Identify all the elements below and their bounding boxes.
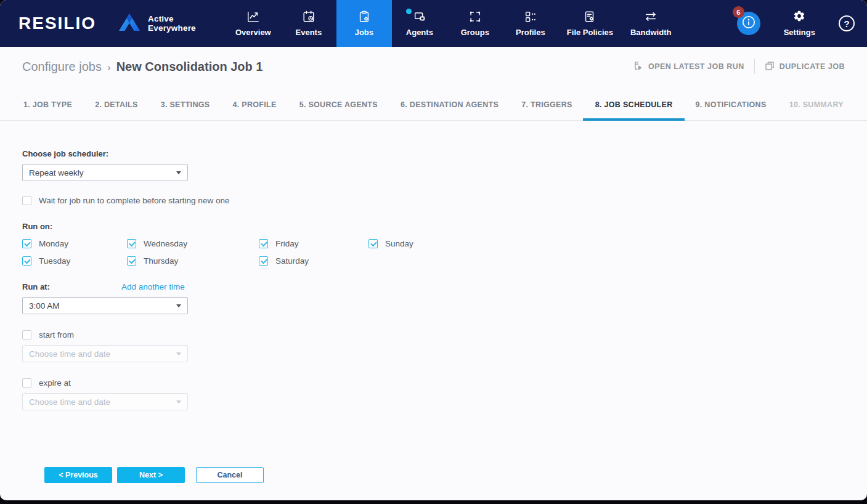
expire-at-datetime-select: Choose time and date bbox=[22, 393, 188, 410]
start-from-datetime-select: Choose time and date bbox=[22, 345, 188, 362]
day-checkbox-sunday[interactable]: Sunday bbox=[368, 239, 413, 248]
tab-job-scheduler[interactable]: 8. JOB SCHEDULER bbox=[594, 90, 674, 120]
scheduler-label: Choose job scheduler: bbox=[22, 149, 845, 158]
next-button[interactable]: Next > bbox=[117, 467, 185, 483]
primary-nav: Overview Events bbox=[226, 0, 680, 47]
page-header: Configure jobs › New Consolidation Job 1… bbox=[0, 47, 867, 86]
nav-item-agents[interactable]: Agents bbox=[392, 0, 447, 47]
expire-at-checkbox-row[interactable]: expire at bbox=[22, 378, 845, 388]
header-actions: OPEN LATEST JOB RUN DUPLICATE JOB bbox=[633, 59, 845, 74]
nav-item-events[interactable]: Events bbox=[281, 0, 336, 47]
breadcrumb-configure-jobs[interactable]: Configure jobs bbox=[22, 60, 102, 74]
expire-at-checkbox[interactable] bbox=[22, 378, 31, 388]
add-another-time-link[interactable]: Add another time bbox=[121, 282, 185, 291]
scheduler-select[interactable]: Repeat weekly bbox=[22, 164, 188, 181]
line-chart-icon bbox=[246, 10, 260, 23]
open-latest-job-run-button[interactable]: OPEN LATEST JOB RUN bbox=[633, 60, 744, 73]
devices-icon bbox=[413, 10, 426, 23]
tab-profile[interactable]: 4. PROFILE bbox=[231, 90, 277, 120]
arrows-swap-icon bbox=[644, 10, 657, 23]
tab-job-type[interactable]: 1. JOB TYPE bbox=[22, 90, 73, 120]
wizard-footer: < Previous Next > Cancel bbox=[22, 410, 845, 483]
monday-checkbox[interactable] bbox=[22, 239, 31, 248]
tuesday-checkbox[interactable] bbox=[22, 256, 31, 266]
day-checkbox-friday[interactable]: Friday bbox=[259, 239, 368, 248]
duplicate-icon bbox=[765, 61, 775, 73]
info-icon bbox=[741, 14, 757, 33]
tab-notifications[interactable]: 9. NOTIFICATIONS bbox=[694, 90, 768, 120]
nav-item-overview[interactable]: Overview bbox=[226, 0, 281, 47]
gear-icon bbox=[793, 10, 805, 24]
active-everywhere-logo: Active Everywhere bbox=[117, 12, 196, 35]
question-mark-icon: ? bbox=[844, 18, 849, 29]
day-checkbox-tuesday[interactable]: Tuesday bbox=[22, 256, 127, 266]
file-gear-icon bbox=[583, 10, 596, 23]
active-everywhere-mark-icon bbox=[117, 12, 142, 35]
tab-summary: 10. SUMMARY bbox=[788, 90, 845, 120]
friday-checkbox[interactable] bbox=[259, 239, 268, 248]
nav-item-groups[interactable]: Groups bbox=[447, 0, 503, 47]
tab-triggers[interactable]: 7. TRIGGERS bbox=[520, 90, 573, 120]
run-at-row: Run at: Add another time bbox=[22, 282, 845, 291]
duplicate-job-button[interactable]: DUPLICATE JOB bbox=[765, 61, 845, 73]
day-checkbox-wednesday[interactable]: Wednesday bbox=[127, 239, 259, 248]
nav-item-bandwidth[interactable]: Bandwidth bbox=[622, 0, 680, 47]
day-checkbox-thursday[interactable]: Thursday bbox=[127, 256, 259, 266]
run-at-select[interactable]: 3:00 AM bbox=[22, 297, 188, 314]
previous-button[interactable]: < Previous bbox=[44, 467, 112, 483]
start-from-checkbox-row[interactable]: start from bbox=[22, 330, 845, 339]
header-divider bbox=[754, 59, 755, 74]
open-run-icon bbox=[633, 60, 643, 73]
job-scheduler-form: Choose job scheduler: Repeat weekly Wait… bbox=[0, 121, 867, 483]
profiles-grid-icon bbox=[524, 10, 537, 23]
breadcrumb: Configure jobs › New Consolidation Job 1 bbox=[22, 60, 263, 74]
info-button[interactable]: 6 bbox=[737, 12, 760, 35]
sunday-checkbox[interactable] bbox=[368, 239, 378, 248]
agents-notification-dot bbox=[406, 9, 412, 14]
top-navbar: RESILIO Active Everywhere bbox=[0, 0, 867, 47]
tab-destination-agents[interactable]: 6. DESTINATION AGENTS bbox=[399, 90, 500, 120]
tab-source-agents[interactable]: 5. SOURCE AGENTS bbox=[298, 90, 379, 120]
clipboard-gear-icon bbox=[357, 10, 371, 23]
wait-checkbox[interactable] bbox=[22, 196, 31, 205]
nav-item-file-policies[interactable]: File Policies bbox=[558, 0, 622, 47]
wait-checkbox-row[interactable]: Wait for job run to complete before star… bbox=[22, 196, 845, 205]
run-at-label: Run at: bbox=[22, 282, 121, 291]
product-name: Active Everywhere bbox=[148, 14, 196, 33]
group-frame-icon bbox=[468, 10, 482, 23]
resilio-logo: RESILIO bbox=[18, 14, 96, 33]
tab-details[interactable]: 2. DETAILS bbox=[94, 90, 139, 120]
help-button[interactable]: ? bbox=[839, 15, 855, 31]
breadcrumb-separator: › bbox=[107, 62, 111, 74]
day-checkbox-grid: Monday Wednesday Friday Sunday Tuesday T… bbox=[22, 239, 845, 266]
day-checkbox-monday[interactable]: Monday bbox=[22, 239, 127, 248]
nav-item-profiles[interactable]: Profiles bbox=[503, 0, 558, 47]
page-title: New Consolidation Job 1 bbox=[116, 60, 263, 74]
wednesday-checkbox[interactable] bbox=[127, 239, 136, 248]
wizard-tabs: 1. JOB TYPE 2. DETAILS 3. SETTINGS 4. PR… bbox=[0, 90, 867, 121]
nav-item-jobs[interactable]: Jobs bbox=[336, 0, 392, 47]
run-on-label: Run on: bbox=[22, 222, 845, 231]
notification-badge: 6 bbox=[733, 6, 744, 18]
nav-item-settings[interactable]: Settings bbox=[784, 10, 815, 37]
tab-settings[interactable]: 3. SETTINGS bbox=[160, 90, 211, 120]
day-checkbox-saturday[interactable]: Saturday bbox=[259, 256, 368, 266]
start-from-checkbox[interactable] bbox=[22, 330, 31, 339]
cancel-button[interactable]: Cancel bbox=[196, 467, 264, 483]
saturday-checkbox[interactable] bbox=[259, 256, 268, 266]
app-window: RESILIO Active Everywhere bbox=[0, 0, 867, 500]
calendar-clock-icon bbox=[302, 10, 315, 23]
navbar-right-cluster: 6 Settings ? bbox=[737, 0, 867, 47]
thursday-checkbox[interactable] bbox=[127, 256, 136, 266]
